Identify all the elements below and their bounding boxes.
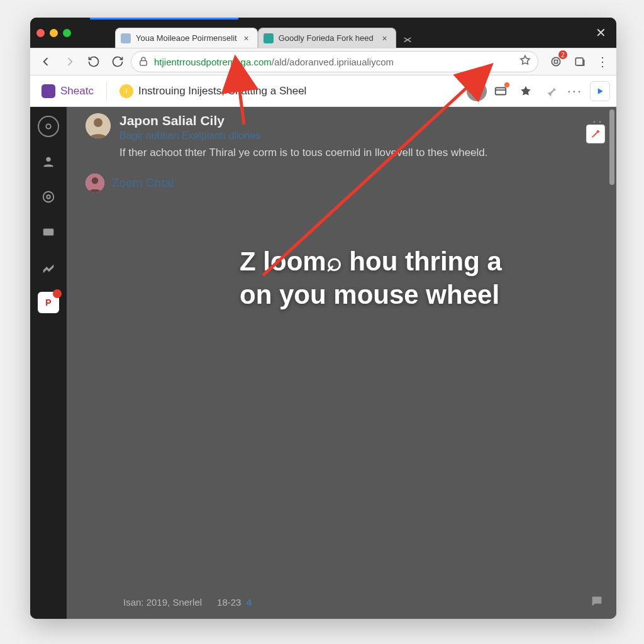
svg-point-8 <box>43 192 54 203</box>
window-controls <box>36 29 71 37</box>
tab-strip: Youa Moileaoe Poirmenselit × Goodly Fori… <box>115 18 592 48</box>
svg-rect-5 <box>495 87 506 94</box>
sidebar-tools-icon[interactable] <box>38 257 59 278</box>
url-text: htjientrrousdpotremaga.com/ald/adoranved… <box>154 57 394 67</box>
bookmark-label: Sheatc <box>60 85 94 97</box>
extension-2-icon[interactable] <box>570 52 590 72</box>
post-author: Japon Salial Cily <box>119 113 584 128</box>
post-subtitle[interactable]: Bagiŗ nublıan Exelpiantı dliones <box>119 130 584 142</box>
bookmark-star-icon[interactable] <box>519 54 531 69</box>
app-sidebar: P <box>30 107 67 619</box>
svg-point-6 <box>46 124 50 128</box>
notification-dot <box>504 82 509 87</box>
bookmark-item-2[interactable]: i Instrouing Inijests, Chatting a Sheel <box>114 82 311 101</box>
window-minimize-button[interactable] <box>50 29 58 37</box>
play-button[interactable] <box>590 81 610 101</box>
edit-pin-icon[interactable] <box>586 125 605 143</box>
card-icon[interactable] <box>492 82 509 100</box>
bookmarks-bar: ⦿ Sheatc i Instrouing Inijests, Chatting… <box>30 75 616 107</box>
tab-favicon-icon <box>264 33 274 43</box>
post-area: Japon Salial Cily Bagiŗ nublıan Exelpian… <box>86 113 604 192</box>
window-maximize-button[interactable] <box>63 29 71 37</box>
chat-icon[interactable] <box>590 594 604 610</box>
info-icon: i <box>119 84 133 98</box>
content-area: P Japon Salial Cily Bagiŗ nublıan Exelpi… <box>30 107 616 619</box>
url-path: /ald/adoranved.ipriiaualiycom <box>272 57 394 67</box>
page-body: Japon Salial Cily Bagiŗ nublıan Exelpian… <box>67 107 616 619</box>
browser-menu-button[interactable]: ⋮ <box>594 54 611 69</box>
new-tab-button[interactable] <box>400 33 415 48</box>
svg-point-9 <box>47 195 50 199</box>
reply-row[interactable]: Zoom Chtal <box>86 174 604 192</box>
titlebar: Youa Moileaoe Poirmenselit × Goodly Fori… <box>30 18 616 48</box>
bookmark-item-1[interactable]: ⦿ Sheatc <box>36 82 99 101</box>
url-host: rrousdpotremaga.com <box>179 57 272 67</box>
reload-alt-button[interactable] <box>107 51 128 72</box>
svg-point-4 <box>474 89 477 93</box>
extension-1-icon[interactable]: 2 <box>546 52 566 72</box>
window-x-button[interactable]: ✕ <box>592 25 610 40</box>
bookmarks-right: ··· <box>467 81 610 101</box>
tab-favicon-icon <box>121 33 131 43</box>
pin-icon[interactable] <box>542 82 560 100</box>
footer-number: 4 <box>247 597 252 608</box>
url-scheme: htjient <box>154 57 179 67</box>
overflow-menu-icon[interactable]: ··· <box>567 83 582 99</box>
address-bar[interactable]: htjientrrousdpotremaga.com/ald/adoranved… <box>131 51 538 72</box>
svg-rect-10 <box>43 229 54 236</box>
sidebar-home-icon[interactable] <box>38 116 59 137</box>
browser-toolbar: htjientrrousdpotremaga.com/ald/adoranved… <box>30 48 616 75</box>
active-tab-indicator <box>90 18 238 19</box>
svg-point-12 <box>94 118 103 127</box>
svg-point-15 <box>597 130 600 133</box>
back-button[interactable] <box>35 51 57 72</box>
avatar[interactable] <box>86 113 111 138</box>
reload-button[interactable] <box>83 51 104 72</box>
extension-badge: 2 <box>558 50 567 59</box>
tab-title: Goodly Forieda Fork heed <box>279 33 375 43</box>
star-icon[interactable] <box>517 82 535 100</box>
svg-point-7 <box>46 157 50 162</box>
lock-icon <box>138 56 149 67</box>
tab-close-icon[interactable]: × <box>380 34 389 43</box>
window-close-button[interactable] <box>36 29 45 37</box>
separator <box>106 82 107 101</box>
sidebar-mail-icon[interactable] <box>38 221 59 243</box>
tab-close-icon[interactable]: × <box>242 34 251 43</box>
overlay-line-2: on you mouse wheel <box>240 280 499 309</box>
page-footer: Isan: 2019, Snerlel 18-23 4 <box>123 594 604 610</box>
sidebar-app-icon[interactable]: P <box>38 292 59 313</box>
browser-window: Youa Moileaoe Poirmenselit × Goodly Fori… <box>30 18 616 619</box>
bookmark-icon: ⦿ <box>42 84 55 98</box>
bookmark-label: Instrouing Inijests, Chatting a Sheel <box>138 85 306 97</box>
post-body: If ther achoot thter Thiral ye corm is t… <box>119 145 509 161</box>
footer-left: Isan: 2019, Snerlel <box>123 597 202 608</box>
svg-rect-2 <box>575 58 583 65</box>
sidebar-explore-icon[interactable] <box>38 186 59 208</box>
tutorial-overlay-text: Z loom⌕ hou thring a on you mouse wheel <box>240 245 553 311</box>
post: Japon Salial Cily Bagiŗ nublıan Exelpian… <box>86 113 604 192</box>
toolbar-right: 2 ⋮ <box>546 52 611 72</box>
sidebar-badge <box>53 289 62 298</box>
reply-name: Zoom Chtal <box>112 176 174 190</box>
tab-title: Youa Moileaoe Poirmenselit <box>136 33 237 43</box>
forward-button[interactable] <box>59 51 80 72</box>
svg-point-1 <box>552 57 560 65</box>
record-icon[interactable] <box>467 82 484 100</box>
overlay-line-1: Z loom⌕ hou thring a <box>240 247 502 276</box>
tab-2[interactable]: Goodly Forieda Fork heed × <box>258 28 396 48</box>
sidebar-user-icon[interactable] <box>38 151 59 172</box>
svg-rect-0 <box>140 61 147 66</box>
scrollbar-thumb[interactable] <box>609 109 614 185</box>
footer-mid: 18-23 4 <box>217 597 252 608</box>
reply-avatar <box>86 174 104 192</box>
svg-point-14 <box>92 177 99 184</box>
tab-1[interactable]: Youa Moileaoe Poirmenselit × <box>115 28 258 48</box>
